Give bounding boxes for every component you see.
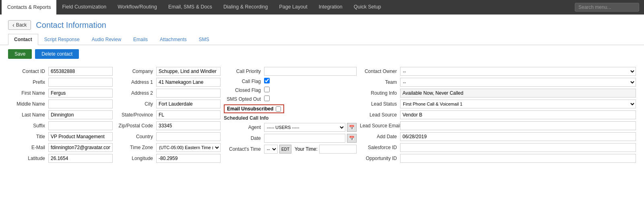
- zip-input[interactable]: [156, 121, 221, 130]
- lead-status-label: Lead Status: [360, 101, 400, 107]
- lead-source-email-label: Lead Source Email: [360, 123, 400, 129]
- nav-workflow-routing[interactable]: Workflow/Routing: [112, 0, 163, 15]
- tab-emails[interactable]: Emails: [127, 34, 154, 45]
- form-col3: Call Priority Call Flag Closed Flag SMS …: [224, 67, 357, 165]
- nav-email-sms-docs[interactable]: Email, SMS & Docs: [163, 0, 218, 15]
- top-nav: Contacts & Reports Field Customization W…: [0, 0, 644, 15]
- closed-flag-label: Closed Flag: [224, 87, 264, 93]
- timezone-select[interactable]: (UTC-05:00) Eastern Time (US & Canad...: [156, 143, 221, 152]
- save-button[interactable]: Save: [8, 49, 32, 59]
- address1-label: Address 1: [116, 79, 156, 85]
- back-button[interactable]: Back: [8, 20, 31, 30]
- timezone-label: Time Zone: [116, 145, 156, 150]
- city-input[interactable]: [156, 100, 221, 108]
- delete-contact-button[interactable]: Delete contact: [35, 49, 79, 59]
- last-name-label: Last Name: [8, 112, 48, 118]
- routing-info-input: [400, 89, 636, 98]
- contact-owner-select[interactable]: --: [400, 67, 636, 76]
- add-date-label: Add Date: [360, 134, 400, 139]
- call-flag-checkbox[interactable]: [264, 78, 270, 83]
- agent-calendar-button[interactable]: 📅: [347, 123, 357, 132]
- longitude-input[interactable]: [156, 154, 221, 163]
- agent-label: Agent: [224, 125, 264, 130]
- contacts-time-label: Contact's Time: [224, 146, 264, 152]
- form-col2: Company Address 1 Address 2 City State/P…: [116, 67, 221, 165]
- address2-input[interactable]: [156, 89, 221, 98]
- longitude-label: Longitude: [116, 156, 156, 161]
- nav-integration[interactable]: Integration: [313, 0, 348, 15]
- search-input[interactable]: [575, 3, 639, 12]
- tab-sms[interactable]: SMS: [193, 34, 215, 45]
- date-input[interactable]: [264, 134, 345, 143]
- email-input[interactable]: [48, 143, 113, 152]
- form-col1: Contact ID Prefix First Name Middle Name…: [8, 67, 113, 165]
- your-time-input[interactable]: [319, 145, 357, 154]
- date-calendar-button[interactable]: 📅: [347, 134, 357, 143]
- country-input[interactable]: [156, 132, 221, 141]
- email-unsubscribed-label: Email Unsubscribed: [227, 106, 273, 112]
- nav-dialing-recording[interactable]: Dialing & Recording: [218, 0, 273, 15]
- lead-source-label: Lead Source: [360, 112, 400, 118]
- nav-field-customization[interactable]: Field Customization: [56, 0, 112, 15]
- add-date-input[interactable]: [400, 132, 636, 141]
- nav-contacts-reports[interactable]: Contacts & Reports: [2, 0, 56, 15]
- sms-opted-out-checkbox[interactable]: [264, 96, 270, 101]
- contacts-time-edit-button[interactable]: EDT: [279, 145, 291, 154]
- nav-search-container: [572, 0, 642, 15]
- call-priority-input[interactable]: [264, 67, 357, 76]
- call-flag-label: Call Flag: [224, 79, 264, 84]
- agent-select[interactable]: ----- USERS -----: [264, 123, 345, 132]
- email-label: E-Mail: [8, 145, 48, 150]
- prefix-input[interactable]: [48, 78, 113, 87]
- middle-name-input[interactable]: [48, 100, 113, 108]
- page-header: Back Contact Information: [0, 15, 644, 34]
- contact-id-label: Contact ID: [8, 69, 48, 74]
- state-label: State/Province: [116, 112, 156, 118]
- sms-opted-out-label: SMS Opted Out: [224, 96, 264, 102]
- tab-audio-review[interactable]: Audio Review: [86, 34, 127, 45]
- address2-label: Address 2: [116, 90, 156, 96]
- company-label: Company: [116, 69, 156, 74]
- prefix-label: Prefix: [8, 79, 48, 85]
- form-col4: Contact Owner -- Team --: [360, 67, 636, 165]
- tab-contact[interactable]: Contact: [8, 34, 38, 45]
- page-content: Back Contact Information Contact Script …: [0, 15, 644, 214]
- first-name-input[interactable]: [48, 89, 113, 98]
- title-label: Title: [8, 134, 48, 139]
- tab-attachments[interactable]: Attachments: [154, 34, 193, 45]
- tab-bar: Contact Script Response Audio Review Ema…: [0, 34, 644, 45]
- your-time-label: Your Time:: [295, 146, 318, 152]
- nav-page-layout[interactable]: Page Layout: [273, 0, 313, 15]
- contacts-time-select[interactable]: --: [264, 145, 278, 154]
- team-select[interactable]: --: [400, 78, 636, 87]
- state-input[interactable]: [156, 110, 221, 119]
- lead-source-email-input[interactable]: [400, 121, 636, 130]
- closed-flag-checkbox[interactable]: [264, 87, 270, 92]
- page-title: Contact Information: [36, 21, 106, 30]
- salesforce-id-label: Salesforce ID: [360, 145, 400, 150]
- nav-quick-setup[interactable]: Quick Setup: [348, 0, 387, 15]
- contact-id-input[interactable]: [48, 67, 113, 76]
- email-unsubscribed-checkbox[interactable]: [276, 106, 281, 112]
- lead-status-select[interactable]: First Phone Call & Voicemail 1: [400, 100, 636, 108]
- routing-info-label: Routing Info: [360, 90, 400, 96]
- call-priority-label: Call Priority: [224, 69, 264, 74]
- suffix-input[interactable]: [48, 121, 113, 130]
- lead-source-input[interactable]: [400, 110, 636, 119]
- opportunity-id-input[interactable]: [400, 154, 636, 163]
- latitude-input[interactable]: [48, 154, 113, 163]
- title-input[interactable]: [48, 132, 113, 141]
- tab-script-response[interactable]: Script Response: [38, 34, 86, 45]
- address1-input[interactable]: [156, 78, 221, 87]
- action-bar: Save Delete contact: [0, 45, 644, 63]
- last-name-input[interactable]: [48, 110, 113, 119]
- form-area: Contact ID Prefix First Name Middle Name…: [0, 63, 644, 173]
- contact-owner-label: Contact Owner: [360, 69, 400, 74]
- date-label: Date: [224, 135, 264, 141]
- opportunity-id-label: Opportunity ID: [360, 156, 400, 161]
- company-input[interactable]: [156, 67, 221, 76]
- city-label: City: [116, 101, 156, 107]
- salesforce-id-input[interactable]: [400, 143, 636, 152]
- team-label: Team: [360, 79, 400, 85]
- latitude-label: Latitude: [8, 156, 48, 161]
